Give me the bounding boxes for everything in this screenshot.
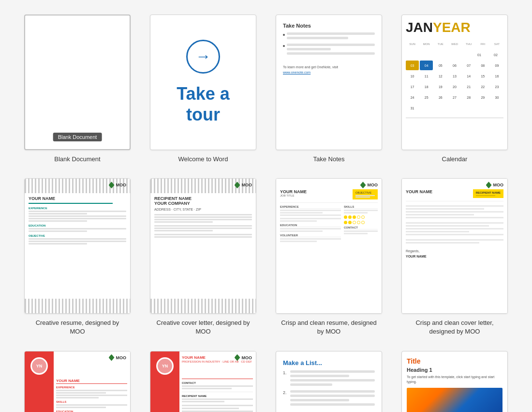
crisp-resume-inner: MOO YOUR NAME JOB TITLE OBJECTIVE — [276, 179, 382, 313]
template-notes[interactable]: Take Notes To learn more and get OneNote… — [271, 15, 387, 164]
crisp-cover-body: Regards, YOUR NAME — [406, 205, 503, 258]
pc-moo-logo: MOO — [235, 354, 252, 361]
moo-text: MOO — [116, 183, 127, 187]
cal-divider — [406, 118, 503, 118]
crisp-resume-thumb[interactable]: MOO YOUR NAME JOB TITLE OBJECTIVE — [276, 178, 382, 314]
tour-label: Welcome to Word — [178, 155, 228, 164]
template-creative-resume[interactable]: MOO YOUR NAME EXPERIENCE EDUCATION OBJEC… — [19, 178, 135, 336]
notes-label: Take Notes — [313, 155, 344, 164]
make-list-thumb[interactable]: Make a List... 1. 2. — [276, 351, 382, 412]
cal-jan: JAN — [406, 20, 433, 35]
cc-content — [150, 214, 256, 238]
template-creative-cover[interactable]: MOO RECIPIENT NAMEYOUR COMPANY ADDRESS ·… — [145, 178, 261, 336]
tour-heading: Take atour — [177, 83, 229, 125]
template-grid: Blank Document Blank Document → Take ato… — [19, 15, 513, 412]
crisp-moo-logo: MOO — [360, 182, 378, 188]
pr-red-divider — [56, 383, 127, 384]
template-crisp-cover[interactable]: MOO YOUR NAME RECIPIENT NAME — [397, 178, 513, 336]
cal-header-row: SUN MON TUE WED THU FRI SAT — [406, 39, 503, 49]
crisp-resume-label: Crisp and clean resume, designed by MOO — [281, 319, 377, 336]
notes-line-2 — [287, 44, 375, 46]
cal-year: YEAR — [433, 20, 471, 35]
creative-cover-label: Creative cover letter, designed by MOO — [155, 319, 251, 336]
crisp-cover-yellow: RECIPIENT NAME — [473, 189, 503, 198]
notes-line — [287, 32, 375, 35]
cal-header: JAN YEAR — [406, 20, 471, 35]
bullet-dot — [283, 34, 285, 36]
cr-section-2: EDUCATION — [29, 224, 126, 227]
creative-resume-thumb[interactable]: MOO YOUR NAME EXPERIENCE EDUCATION OBJEC… — [24, 178, 131, 314]
crisp-name-block: YOUR NAME JOB TITLE — [280, 189, 307, 197]
template-blank[interactable]: Blank Document Blank Document — [19, 15, 135, 164]
template-tour[interactable]: → Take atour Welcome to Word — [145, 15, 261, 164]
crisp-edu-title: EDUCATION — [280, 224, 341, 227]
pr-moo-drop — [109, 354, 115, 361]
cc-moo-logo: MOO — [235, 182, 252, 188]
crisp-cover-sign: Regards, — [406, 249, 503, 253]
crisp-cover-divider — [406, 201, 503, 201]
list-bullet-1: 1. — [283, 370, 375, 388]
cal-row-5: 24 25 26 27 28 29 30 — [406, 92, 503, 102]
calendar-thumb[interactable]: JAN YEAR SUN MON TUE WED THU FRI SAT — [401, 15, 508, 150]
template-journal[interactable]: Title Heading 1 To get started with this… — [397, 351, 513, 412]
calendar-label: Calendar — [442, 155, 468, 164]
polished-resume-inner: YN YOUR NAME EXPERIENCE SKILLS EDUCATION… — [25, 351, 130, 412]
creative-cover-thumb[interactable]: MOO RECIPIENT NAMEYOUR COMPANY ADDRESS ·… — [150, 178, 256, 314]
cr-name: YOUR NAME — [25, 196, 130, 201]
crisp-cover-moo-text: MOO — [493, 183, 504, 187]
cc-moo-text: MOO — [242, 183, 252, 187]
cr-section-1: EXPERIENCE — [29, 207, 126, 210]
creative-resume-inner: MOO YOUR NAME EXPERIENCE EDUCATION OBJEC… — [25, 179, 130, 313]
cal-row-6: 31 — [406, 103, 503, 113]
crisp-cover-moo-drop — [486, 182, 492, 188]
crisp-dots-row — [344, 215, 378, 219]
crisp-divider — [280, 202, 378, 203]
pr-moo-logo: MOO — [109, 354, 127, 361]
cc-bottom-stripe — [150, 299, 256, 313]
notes-line-short — [287, 37, 348, 39]
cr-teal-line — [29, 203, 113, 204]
journal-image — [407, 388, 502, 412]
cr-section-3: OBJECTIVE — [29, 234, 126, 237]
notes-line-3 — [287, 52, 375, 55]
list-doc-title: Make a List... — [283, 359, 322, 366]
cal-row-3: 10 11 12 13 14 15 16 — [406, 71, 503, 81]
polished-cover-thumb[interactable]: YN YOUR NAME PROFESSION IN INDUSTRY · LI… — [150, 351, 256, 412]
crisp-cover-header: YOUR NAME RECIPIENT NAME — [406, 189, 503, 198]
tour-thumb[interactable]: → Take atour — [150, 15, 256, 150]
crisp-cover-moo-logo: MOO — [486, 182, 504, 188]
journal-thumb[interactable]: Title Heading 1 To get started with this… — [401, 351, 508, 412]
notes-footer: To learn more and get OneNote, visit www… — [283, 65, 338, 75]
creative-resume-label: Creative resume, designed by MOO — [29, 319, 126, 336]
crisp-right: SKILLS — [344, 205, 378, 243]
template-polished-resume[interactable]: YN YOUR NAME EXPERIENCE SKILLS EDUCATION… — [19, 351, 135, 412]
pr-moo-text: MOO — [116, 355, 127, 360]
cal-row-4: 17 18 19 20 21 22 23 — [406, 82, 503, 92]
crisp-cover-thumb[interactable]: MOO YOUR NAME RECIPIENT NAME — [401, 178, 508, 314]
notes-bullet-2 — [283, 44, 375, 57]
pc-contact-label: CONTACT — [182, 381, 253, 384]
journal-h1: Heading 1 — [407, 367, 432, 373]
crisp-cover-label: Crisp and clean cover letter, designed b… — [406, 319, 503, 336]
blank-label: Blank Document — [54, 155, 100, 164]
template-calendar[interactable]: JAN YEAR SUN MON TUE WED THU FRI SAT — [397, 15, 513, 164]
crisp-title: JOB TITLE — [280, 194, 307, 197]
template-polished-cover[interactable]: YN YOUR NAME PROFESSION IN INDUSTRY · LI… — [145, 351, 261, 412]
pr-exp-label: EXPERIENCE — [56, 386, 127, 389]
polished-resume-thumb[interactable]: YN YOUR NAME EXPERIENCE SKILLS EDUCATION… — [24, 351, 131, 412]
notes-thumb[interactable]: Take Notes To learn more and get OneNote… — [276, 15, 382, 150]
pr-name: YOUR NAME — [56, 379, 127, 383]
journal-body-text: To get started with this template, click… — [407, 375, 502, 385]
blank-thumb[interactable]: Blank Document — [24, 15, 131, 150]
crisp-skills-title: SKILLS — [344, 205, 378, 209]
pc-body: CONTACT RECIPIENT NAME Regards, — [182, 379, 253, 412]
template-make-list[interactable]: Make a List... 1. 2. — [271, 351, 387, 412]
template-crisp-resume[interactable]: MOO YOUR NAME JOB TITLE OBJECTIVE — [271, 178, 387, 336]
bullet-lines — [287, 32, 375, 41]
blank-badge: Blank Document — [53, 133, 102, 141]
crisp-cover-name: YOUR NAME — [406, 189, 432, 194]
pc-recipient-label: RECIPIENT NAME — [182, 395, 253, 397]
tour-arrow-icon: → — [186, 40, 220, 74]
pr-edu-label: EDUCATION — [56, 410, 127, 412]
list-bullet-lines-1 — [290, 370, 375, 388]
